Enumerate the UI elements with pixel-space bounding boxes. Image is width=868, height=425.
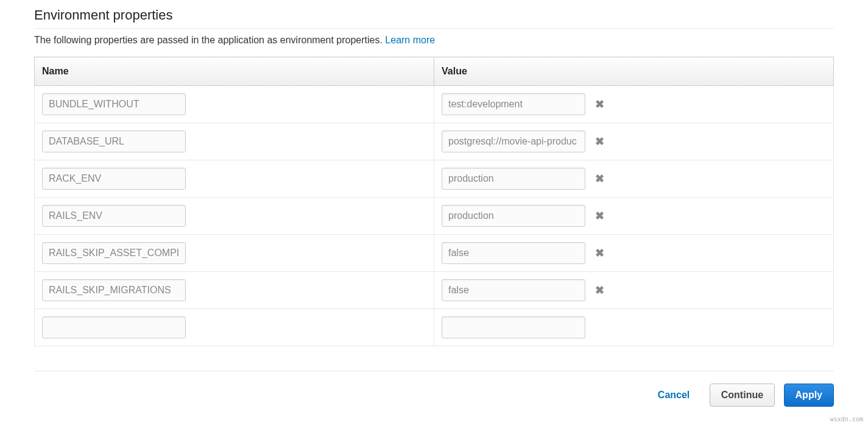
section-description: The following properties are passed in t… (34, 35, 834, 46)
property-value-input[interactable] (442, 205, 585, 227)
table-row: ✖ (35, 86, 834, 123)
table-row: ✖ (35, 160, 834, 198)
table-row: ✖ (35, 235, 834, 272)
property-value-input[interactable] (442, 242, 585, 264)
property-value-input[interactable] (442, 130, 585, 152)
remove-icon[interactable]: ✖ (595, 285, 604, 296)
remove-icon[interactable]: ✖ (595, 173, 604, 184)
property-value-input[interactable] (442, 93, 585, 115)
column-header-value: Value (434, 57, 834, 86)
property-name-input[interactable] (42, 205, 186, 227)
property-name-input[interactable] (42, 93, 186, 115)
table-row-empty (35, 309, 834, 346)
remove-icon[interactable]: ✖ (595, 248, 604, 259)
property-name-input[interactable] (42, 242, 186, 264)
remove-icon[interactable]: ✖ (595, 210, 604, 221)
watermark: wsxdn.com (830, 416, 863, 423)
cancel-button[interactable]: Cancel (647, 384, 700, 406)
remove-icon[interactable]: ✖ (595, 136, 604, 147)
section-title: Environment properties (34, 7, 834, 29)
actions-bar: Cancel Continue Apply (34, 384, 834, 407)
column-header-name: Name (35, 57, 434, 86)
property-name-input[interactable] (42, 168, 186, 190)
learn-more-link[interactable]: Learn more (385, 35, 435, 45)
property-name-input[interactable] (42, 130, 186, 152)
continue-button[interactable]: Continue (710, 384, 775, 407)
table-row: ✖ (35, 198, 834, 235)
remove-icon[interactable]: ✖ (595, 99, 604, 110)
property-value-input[interactable] (442, 316, 585, 338)
apply-button[interactable]: Apply (784, 384, 834, 407)
footer-divider (34, 371, 834, 371)
table-header-row: Name Value (35, 57, 834, 86)
property-name-input[interactable] (42, 316, 186, 338)
property-name-input[interactable] (42, 279, 186, 301)
description-text: The following properties are passed in t… (34, 35, 383, 45)
property-value-input[interactable] (442, 168, 585, 190)
table-row: ✖ (35, 272, 834, 309)
table-row: ✖ (35, 123, 834, 160)
properties-table: Name Value ✖ ✖ (34, 57, 834, 346)
property-value-input[interactable] (442, 279, 585, 301)
